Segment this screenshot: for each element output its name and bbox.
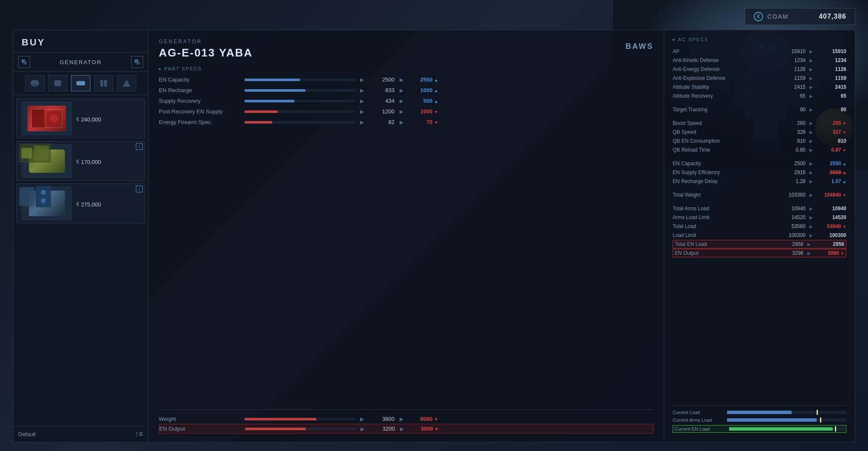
ac-spec-name: QB Speed [673, 129, 774, 135]
ac-spec-name: Load Limit [673, 232, 774, 238]
ac-spec-arrow: ▶ [808, 138, 814, 144]
right-panel: AC SPECS AP 15910 ▶ 15910 Anti-Kinetic D… [664, 30, 855, 443]
ac-spec-new: 1126 [817, 66, 846, 72]
prev-category-button[interactable] [18, 56, 30, 68]
content-row: BUY GENERATOR [0, 30, 868, 451]
spec-new-value: 2550 ▲ [409, 76, 438, 83]
spec-new-value: 1000 ▲ [409, 87, 438, 93]
spec-bar-fill [245, 121, 272, 124]
part-type-body[interactable] [48, 75, 68, 91]
ac-spec-new: 2558 ▼ [817, 169, 846, 175]
part-type-head[interactable] [25, 75, 45, 91]
ac-spec-row: Target Tracking 90 ▶ 90 [673, 105, 846, 114]
ac-spec-name: Boost Speed [673, 120, 774, 126]
default-label: Default [18, 431, 36, 437]
svg-rect-11 [23, 61, 27, 65]
ac-spec-new: 2550 ▲ [817, 161, 846, 166]
part-type-boost[interactable] [117, 75, 136, 91]
ac-spec-arrow: ▶ [808, 224, 814, 229]
spec-arrow: ▶ [360, 416, 364, 422]
spec-name: Post-Recovery EN Supply [159, 108, 240, 115]
ac-spec-val: 0.85 [777, 147, 806, 153]
ac-spec-arrow: ▶ [808, 170, 814, 175]
spec-bar [245, 428, 355, 430]
load-bar-tick [817, 410, 818, 415]
list-item[interactable]: i [17, 183, 145, 223]
part-type-generator[interactable] [71, 75, 90, 91]
item-price-2: 170,000 [81, 159, 101, 165]
ac-spec-name: EN Capacity [673, 161, 774, 166]
spec-bar-fill [245, 89, 305, 92]
svg-point-34 [41, 190, 46, 195]
spec-arrow-2: ▶ [400, 98, 403, 104]
category-label: GENERATOR [33, 59, 129, 65]
ac-spec-arrow: ▶ [808, 93, 814, 99]
spec-rows: EN Capacity ▶ 2500 ▶ 2550 ▲ EN Recharge [159, 76, 654, 125]
ac-spec-name: Total Load [673, 223, 774, 229]
spec-name: EN Output [159, 426, 240, 432]
ac-spec-name: Total Weight [673, 192, 774, 198]
ac-spec-row-attitude-stability: Attitude Stability 2415 ▶ 2415 [673, 83, 846, 91]
spec-bar [245, 110, 355, 113]
svg-rect-13 [136, 61, 140, 65]
list-item[interactable]: i € [17, 141, 145, 181]
ac-spec-row: Anti-Explosive Defense 1159 ▶ 1159 [673, 74, 846, 82]
ac-spec-arrow: ▶ [806, 242, 812, 247]
next-category-button[interactable] [131, 56, 143, 68]
buy-title: BUY [13, 30, 148, 53]
ac-spec-name: Total Arms Load [673, 206, 774, 211]
ac-spec-new: 0.87 ▼ [817, 147, 846, 153]
part-icons-row [13, 72, 148, 95]
spec-value: 833 [369, 87, 395, 93]
item-image-3 [21, 186, 72, 220]
svg-point-25 [50, 114, 58, 123]
item-shape-1 [28, 106, 66, 131]
euro-icon-3: € [76, 201, 79, 207]
spec-arrow-2: ▶ [400, 87, 403, 93]
ac-spec-row: QB Speed 328 ▶ 327 ▼ [673, 128, 846, 136]
list-item[interactable]: € 240,000 [17, 99, 145, 138]
spec-arrow-2: ▶ [400, 119, 403, 125]
ac-spec-val: 2500 [777, 161, 806, 166]
load-bar-fill [727, 411, 792, 414]
ac-spec-row-en-recharge-delay: EN Recharge Delay 1.28 ▶ 1.07 ▲ [673, 177, 846, 186]
part-type-legs[interactable] [94, 75, 113, 91]
spec-bar-fill [245, 428, 306, 430]
spec-bar-fill [245, 79, 300, 81]
spec-row-en-recharge: EN Recharge ▶ 833 ▶ 1000 ▲ [159, 87, 654, 93]
ac-spec-new: 54840 ▼ [817, 223, 846, 229]
ac-spec-name: EN Supply Efficiency [673, 169, 774, 175]
svg-rect-23 [32, 109, 45, 128]
ac-spec-name: Arms Load Limit [673, 214, 774, 220]
spec-row-supply-recovery: Supply Recovery ▶ 434 ▶ 500 ▲ [159, 98, 654, 104]
ac-spec-new: 3060 ▼ [814, 250, 844, 256]
coam-value: 407,386 [819, 13, 846, 20]
ac-specs-label: AC SPECS [673, 37, 846, 42]
sort-icon[interactable]: ↑≡ [135, 430, 143, 439]
spec-name: EN Recharge [159, 87, 240, 93]
ac-spec-val: 1.28 [777, 178, 806, 184]
svg-point-18 [79, 82, 82, 85]
ac-spec-name: AP [673, 48, 774, 54]
ac-spec-val: 15910 [777, 48, 806, 54]
svg-rect-33 [36, 186, 51, 207]
ac-spec-val: 260 [777, 120, 806, 126]
ac-spec-row: Anti-Energy Defense 1126 ▶ 1126 [673, 65, 846, 73]
ac-spec-val: 810 [777, 138, 806, 144]
load-bar-current-load: Current Load [673, 410, 846, 415]
items-list: € 240,000 i [13, 95, 148, 426]
ac-spec-new: 104840 ▼ [817, 192, 846, 198]
load-bar-track [727, 418, 846, 422]
ac-spec-val: 100300 [777, 232, 806, 238]
spacer [673, 101, 846, 105]
item-image-1 [21, 101, 72, 135]
ac-spec-new: 1234 [817, 57, 846, 63]
spec-value: 82 [369, 119, 395, 125]
spec-new-value: 70 ▼ [409, 119, 438, 125]
ac-spec-arrow: ▶ [808, 179, 814, 184]
spec-new-value: 6080 ▼ [409, 416, 438, 422]
spec-arrow: ▶ [361, 426, 364, 432]
ac-spec-val: 103360 [777, 192, 806, 198]
ac-spec-val: 1159 [777, 75, 806, 81]
ac-spec-row-total-en-load: Total EN Load 2956 ▶ 2956 [673, 240, 846, 248]
